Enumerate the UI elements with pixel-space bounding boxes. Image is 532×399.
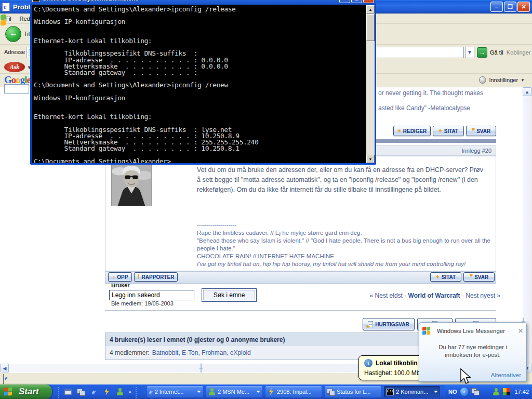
rediger-button[interactable]: +REDIGER	[393, 126, 431, 136]
signature-line: "Behead those who say Islam is violent."…	[197, 237, 493, 252]
svar-button-top[interactable]: ❞SVAR	[466, 126, 496, 136]
internet-explorer-icon: e	[149, 388, 153, 396]
mouse-cursor	[459, 368, 473, 387]
taskbar-clock[interactable]: 17:42	[514, 389, 529, 395]
cmd-title: C:\WINDOWS\system32\cmd.exe	[42, 0, 139, 2]
sitat-button-bottom[interactable]: +SITAT	[430, 272, 461, 282]
close-icon[interactable]: ✕	[518, 327, 523, 335]
nav-topic-link[interactable]: World of Warcraft	[408, 292, 460, 299]
user-joined: Ble medlem: 19/05-2003	[111, 300, 174, 307]
close-button[interactable]: ✕	[363, 0, 374, 3]
quote-icon: ❞	[470, 273, 472, 281]
show-desktop-icon[interactable]	[63, 388, 72, 396]
hide-icons-button[interactable]: ‹	[460, 388, 468, 396]
address-label: Adresse	[4, 49, 25, 55]
sitat-button-top[interactable]: +SITAT	[433, 126, 464, 136]
windows-flag-icon	[4, 388, 12, 396]
post-text: Vet du om du må bruke den adressen der, …	[197, 165, 488, 195]
go-button[interactable]: →	[477, 47, 487, 58]
signature-fragment-2: asted like Candy" -Metalocalypse	[378, 104, 470, 112]
post-signature: -------------------- Rape the limbless c…	[197, 221, 493, 268]
ie-document-icon	[2, 3, 10, 11]
exclamation-icon: !	[138, 273, 140, 281]
svar-button-bottom[interactable]: ❞SVAR	[463, 272, 495, 282]
rapporter-button[interactable]: !RAPPORTER	[134, 272, 178, 282]
status-page-icon	[3, 374, 4, 384]
scroll-up-button[interactable]: ▲	[523, 87, 531, 96]
quick-launch: e »	[58, 384, 137, 399]
scroll-down-button[interactable]: ▼	[366, 155, 375, 163]
links-label[interactable]: Koblinger	[507, 49, 530, 56]
readers-user-links[interactable]: Batnobbit, E-Ton, Frohman, eXploid	[152, 349, 251, 356]
cmd-icon: C:\	[32, 0, 40, 2]
messenger-buddy-icon[interactable]	[115, 388, 124, 396]
network-tray-icon[interactable]	[471, 388, 479, 396]
restore-button[interactable]: ❐	[504, 2, 516, 12]
taskbar-separator	[58, 387, 59, 398]
post-user-column: Bruker Innlegg: 2401 Ble medlem: 19/05-2…	[105, 156, 194, 271]
ask-logo[interactable]: Ask	[4, 62, 25, 72]
signature-fragment-1: or never getting it. The thought makes	[378, 89, 483, 97]
info-icon: i	[364, 359, 373, 367]
task-internet-explorer[interactable]: e 2 Internet...	[147, 386, 203, 397]
topic-search-button[interactable]: Søk i emne	[202, 288, 257, 302]
cmd-titlebar[interactable]: C:\ C:\WINDOWS\system32\cmd.exe – □ ✕	[30, 0, 376, 5]
taskbar-separator	[136, 387, 137, 398]
task-msn-messenger[interactable]: 2 MSN Me...	[206, 386, 262, 397]
messenger-options-link[interactable]: Alternativer	[491, 372, 521, 378]
topic-search-input[interactable]	[109, 290, 194, 300]
back-button[interactable]	[5, 26, 21, 42]
signature-line: I've got my tinfoil hat on, hip hip hip …	[197, 260, 493, 268]
google-settings[interactable]: Innstillinger ▼	[479, 76, 525, 84]
hurtigsvar-button[interactable]: HURTIGSVAR	[363, 318, 415, 330]
winamp-icon[interactable]	[102, 388, 111, 396]
msn-today-tray-icon[interactable]	[503, 388, 510, 395]
menu-edit[interactable]: Redi	[20, 16, 32, 22]
messenger-tray-icon[interactable]	[493, 388, 500, 396]
scroll-thumb[interactable]	[366, 14, 375, 41]
cmd-scrollbar[interactable]: ▲ ▼	[366, 5, 375, 163]
horizontal-rule	[105, 310, 496, 311]
google-search-input[interactable]	[4, 84, 29, 94]
plus-icon: +	[397, 127, 401, 135]
console-text: C:\Documents and Settings\Alexander>ipco…	[32, 5, 366, 163]
quick-launch-overflow-chevron[interactable]: »	[128, 389, 131, 395]
winamp-icon	[268, 388, 275, 395]
address-dropdown[interactable]: ▼	[465, 47, 474, 58]
windows-brand-icon	[0, 15, 6, 26]
go-label[interactable]: Gå til	[490, 49, 503, 56]
cmd-window: C:\ C:\WINDOWS\system32\cmd.exe – □ ✕ C:…	[30, 0, 376, 165]
minimize-button[interactable]: –	[490, 2, 503, 12]
balloon-title: Lokal tilkoblin	[376, 360, 418, 367]
app-shortcut-icon[interactable]	[76, 388, 85, 396]
maximize-button[interactable]: □	[351, 0, 362, 3]
task-network-status[interactable]: Status for L...	[325, 386, 381, 397]
plus-icon: +	[438, 127, 442, 135]
opp-button[interactable]: ↑OPP	[108, 272, 132, 282]
task-winamp[interactable]: 2908. Impal...	[265, 386, 322, 397]
messenger-message: Du har 77 nye meldinger i innboksen for …	[419, 343, 526, 359]
internet-explorer-icon[interactable]: e	[89, 388, 98, 396]
scroll-up-button[interactable]: ▲	[366, 5, 375, 14]
minimize-button[interactable]: –	[339, 0, 350, 3]
messenger-title: Windows Live Messenger	[437, 328, 515, 334]
group-dropdown-icon	[434, 391, 438, 393]
network-status-icon	[327, 389, 335, 395]
messenger-buddy-icon	[208, 388, 216, 396]
post-number: Innlegg #20	[462, 148, 492, 154]
language-indicator[interactable]: NO	[448, 389, 457, 395]
close-button[interactable]: ✕	[517, 2, 530, 12]
avatar	[111, 164, 152, 206]
windows-live-icon	[422, 327, 431, 335]
task-command-prompt[interactable]: C:\ 2 Komman...	[384, 386, 440, 397]
scroll-thumb[interactable]	[201, 363, 202, 373]
signature-divider: --------------------	[197, 221, 493, 229]
volume-tray-icon[interactable]	[482, 388, 489, 396]
nav-prev-link[interactable]: « Nest eldst	[370, 292, 403, 299]
browser-title: Probl	[13, 3, 30, 11]
scroll-left-button[interactable]: ◀	[1, 364, 9, 373]
nav-next-link[interactable]: Nest nyest »	[466, 292, 500, 299]
cmd-console[interactable]: C:\Documents and Settings\Alexander>ipco…	[32, 5, 366, 163]
start-button[interactable]: Start	[0, 384, 52, 399]
group-dropdown-icon	[256, 391, 260, 393]
